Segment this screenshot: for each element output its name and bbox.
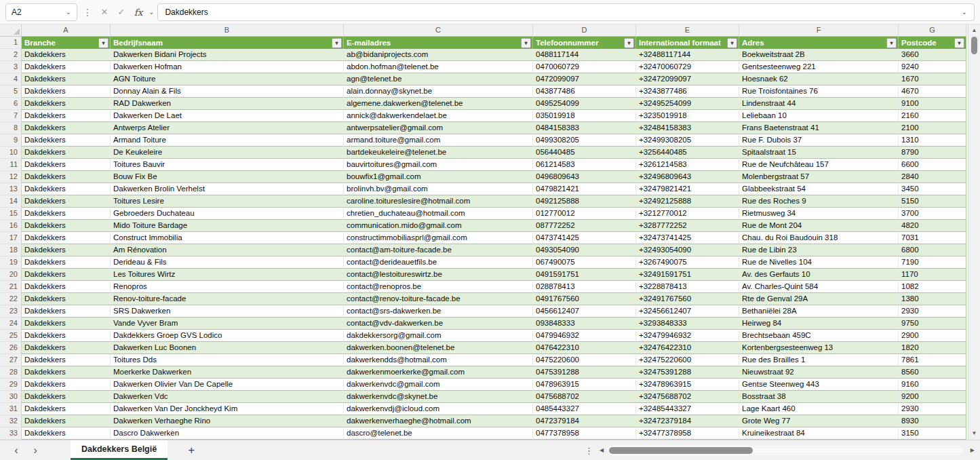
cell-adres[interactable]: Rte de Genval 29A [739,293,899,305]
accept-icon[interactable]: ✓ [115,7,128,16]
cell-postcode[interactable]: 2840 [899,171,966,183]
cell-emailadres[interactable]: dakwerkenvdj@icloud.com [344,403,533,415]
row-header-23[interactable]: 23 [0,305,22,318]
column-header-g[interactable]: G [899,24,966,37]
cell-emailadres[interactable]: contact@lestoitureswirtz.be [344,269,533,281]
cell-bedrijfsnaam[interactable]: Dakwerken Hofman [111,61,344,73]
cell-telefoonnummer[interactable]: 067490075 [533,256,636,269]
row-header-10[interactable]: 10 [0,147,22,159]
cell-branche[interactable]: Dakdekkers [22,305,111,318]
cell-postcode[interactable]: 1670 [899,73,966,85]
cell-emailadres[interactable]: caroline.toitureslesire@hotmail.com [344,195,533,208]
cell-postcode[interactable]: 1380 [899,293,966,305]
cell-branche[interactable]: Dakdekkers [22,134,111,147]
cell-adres[interactable]: Rue de Neufchâteau 157 [739,159,899,171]
cell-bedrijfsnaam[interactable]: AGN Toiture [111,73,344,85]
cell-telefoonnummer[interactable]: 0491767560 [533,293,636,305]
cell-adres[interactable]: Leliebaan 10 [739,110,899,122]
cell-postcode[interactable]: 2930 [899,305,966,318]
row-header-29[interactable]: 29 [0,379,22,391]
row-header-12[interactable]: 12 [0,171,22,183]
cell-branche[interactable]: Dakdekkers [22,49,111,61]
filter-button[interactable]: ▾ [954,38,964,48]
cell-adres[interactable]: Rietmusweg 34 [739,208,899,220]
cell-internationaal-formaat[interactable]: +32475688702 [636,391,739,403]
row-header-19[interactable]: 19 [0,256,22,269]
cell-internationaal-formaat[interactable]: +32477378958 [636,427,739,440]
row-header-17[interactable]: 17 [0,232,22,244]
cell-bedrijfsnaam[interactable]: Dakwerken De Laet [111,110,344,122]
cell-bedrijfsnaam[interactable]: Renov-toiture-facade [111,293,344,305]
row-header-13[interactable]: 13 [0,183,22,195]
row-header-30[interactable]: 30 [0,391,22,403]
cell-internationaal-formaat[interactable]: +32456612407 [636,305,739,318]
cell-adres[interactable]: Rue des Brailles 1 [739,354,899,366]
cell-bedrijfsnaam[interactable]: Toitures Bauvir [111,159,344,171]
cell-emailadres[interactable]: agn@telenet.be [344,73,533,85]
cancel-icon[interactable]: ✕ [98,7,111,16]
cell-telefoonnummer[interactable]: 043877486 [533,85,636,98]
cell-emailadres[interactable]: dascro@telenet.be [344,427,533,440]
cell-emailadres[interactable]: dakwerkenvdc@skynet.be [344,391,533,403]
cell-branche[interactable]: Dakdekkers [22,318,111,330]
cell-telefoonnummer[interactable]: 0476422310 [533,342,636,354]
cell-postcode[interactable]: 6800 [899,244,966,256]
cell-emailadres[interactable]: alain.donnay@skynet.be [344,85,533,98]
row-header-2[interactable]: 2 [0,49,22,61]
cell-postcode[interactable]: 8790 [899,147,966,159]
cell-internationaal-formaat[interactable]: +32496809643 [636,171,739,183]
cell-adres[interactable]: Rue des Roches 9 [739,195,899,208]
cell-adres[interactable]: Brechtsebaan 459C [739,330,899,342]
cell-telefoonnummer[interactable]: 0485443327 [533,403,636,415]
cell-bedrijfsnaam[interactable]: Armand Toiture [111,134,344,147]
cell-postcode[interactable]: 1820 [899,342,966,354]
cell-branche[interactable]: Dakdekkers [22,98,111,110]
cell-branche[interactable]: Dakdekkers [22,159,111,171]
cell-branche[interactable]: Dakdekkers [22,366,111,379]
cell-bedrijfsnaam[interactable]: Derideau & Fils [111,256,344,269]
cell-emailadres[interactable]: contact@derideauetfils.be [344,256,533,269]
header-cell-0[interactable]: Branche▾ [22,37,111,49]
cell-postcode[interactable]: 7190 [899,256,966,269]
row-header-11[interactable]: 11 [0,159,22,171]
cell-internationaal-formaat[interactable]: +32499308205 [636,134,739,147]
cell-bedrijfsnaam[interactable]: Dakwerken Van Der Jonckheyd Kim [111,403,344,415]
cell-postcode[interactable]: 1170 [899,269,966,281]
cell-postcode[interactable]: 3150 [899,427,966,440]
cell-postcode[interactable]: 3700 [899,208,966,220]
cell-internationaal-formaat[interactable]: +32472099097 [636,73,739,85]
cell-emailadres[interactable]: chretien_duchateau@hotmail.com [344,208,533,220]
row-header-18[interactable]: 18 [0,244,22,256]
more-options-icon[interactable]: ⋮ [81,7,94,17]
cell-adres[interactable]: Boekweitstraat 2B [739,49,899,61]
cell-adres[interactable]: Grote Weg 77 [739,415,899,427]
cell-telefoonnummer[interactable]: 0456612407 [533,305,636,318]
cell-internationaal-formaat[interactable]: +32478963915 [636,379,739,391]
cell-telefoonnummer[interactable]: 056440485 [533,147,636,159]
cell-branche[interactable]: Dakdekkers [22,281,111,293]
horizontal-scrollbar-thumb[interactable] [609,447,753,454]
cell-telefoonnummer[interactable]: 093848333 [533,318,636,330]
scroll-left-icon[interactable]: ◀ [600,446,604,455]
cell-internationaal-formaat[interactable]: +32484158383 [636,122,739,134]
cell-telefoonnummer[interactable]: 0499308205 [533,134,636,147]
cell-adres[interactable]: Rue de Nivelles 104 [739,256,899,269]
cell-bedrijfsnaam[interactable]: Am Rénovation [111,244,344,256]
cell-emailadres[interactable]: contact@am-toiture-facade.be [344,244,533,256]
cell-telefoonnummer[interactable]: 0496809643 [533,171,636,183]
sheet-bar-options-icon[interactable]: ⋮ [585,446,593,455]
cell-adres[interactable]: Bosstraat 38 [739,391,899,403]
cell-branche[interactable]: Dakdekkers [22,147,111,159]
cell-adres[interactable]: Lindenstraat 44 [739,98,899,110]
cell-adres[interactable]: Rue F. Dubois 37 [739,134,899,147]
row-header-27[interactable]: 27 [0,354,22,366]
cell-adres[interactable]: Kruineikestraat 84 [739,427,899,440]
cell-bedrijfsnaam[interactable]: Dakwerken Luc Boonen [111,342,344,354]
cell-branche[interactable]: Dakdekkers [22,330,111,342]
cell-emailadres[interactable]: ab@bidaniprojects.com [344,49,533,61]
cell-telefoonnummer[interactable]: 028878413 [533,281,636,293]
cell-emailadres[interactable]: algemene.dakwerken@telenet.be [344,98,533,110]
select-all-corner[interactable] [0,24,22,37]
row-header-31[interactable]: 31 [0,403,22,415]
cell-bedrijfsnaam[interactable]: Dakwerken Bidani Projects [111,49,344,61]
